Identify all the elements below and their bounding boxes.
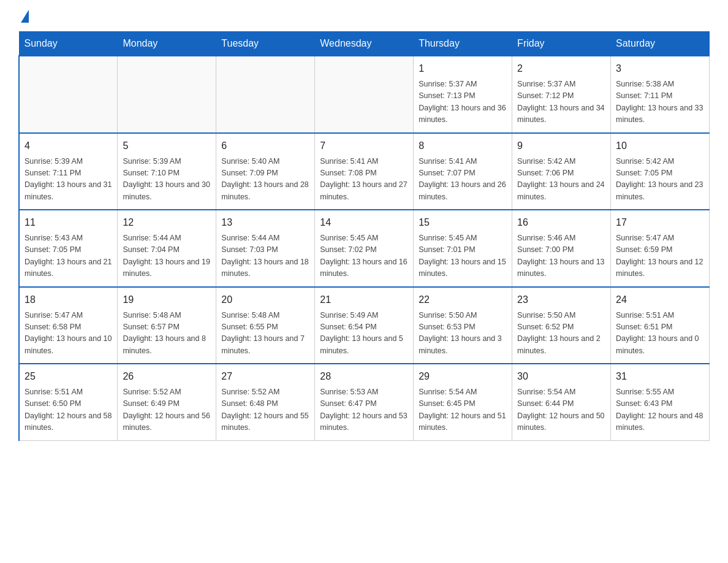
day-number: 10	[616, 139, 704, 153]
day-header-saturday: Saturday	[611, 32, 710, 56]
day-info: Sunrise: 5:52 AM Sunset: 6:49 PM Dayligh…	[123, 386, 211, 434]
calendar-cell: 31Sunrise: 5:55 AM Sunset: 6:43 PM Dayli…	[611, 364, 710, 440]
calendar-week-row: 1Sunrise: 5:37 AM Sunset: 7:13 PM Daylig…	[19, 56, 710, 133]
calendar-cell: 4Sunrise: 5:39 AM Sunset: 7:11 PM Daylig…	[19, 133, 118, 210]
day-info: Sunrise: 5:39 AM Sunset: 7:11 PM Dayligh…	[25, 156, 112, 204]
logo-triangle-icon	[21, 10, 29, 23]
calendar-cell: 17Sunrise: 5:47 AM Sunset: 6:59 PM Dayli…	[611, 210, 710, 287]
calendar-week-row: 25Sunrise: 5:51 AM Sunset: 6:50 PM Dayli…	[19, 364, 710, 440]
day-info: Sunrise: 5:48 AM Sunset: 6:55 PM Dayligh…	[221, 310, 309, 358]
calendar-cell: 21Sunrise: 5:49 AM Sunset: 6:54 PM Dayli…	[315, 287, 414, 364]
day-number: 2	[517, 61, 605, 76]
logo	[18, 12, 29, 25]
calendar-cell: 29Sunrise: 5:54 AM Sunset: 6:45 PM Dayli…	[414, 364, 512, 440]
day-info: Sunrise: 5:38 AM Sunset: 7:11 PM Dayligh…	[616, 79, 704, 126]
day-info: Sunrise: 5:42 AM Sunset: 7:06 PM Dayligh…	[517, 156, 605, 204]
day-header-wednesday: Wednesday	[315, 32, 414, 56]
calendar-cell	[216, 56, 315, 133]
day-number: 28	[320, 369, 408, 384]
calendar-cell	[315, 56, 414, 133]
day-header-tuesday: Tuesday	[216, 32, 315, 56]
day-header-sunday: Sunday	[19, 32, 118, 56]
calendar-cell: 7Sunrise: 5:41 AM Sunset: 7:08 PM Daylig…	[315, 133, 414, 210]
day-number: 25	[25, 369, 112, 384]
day-number: 13	[221, 215, 309, 230]
calendar-cell: 3Sunrise: 5:38 AM Sunset: 7:11 PM Daylig…	[611, 56, 710, 133]
day-info: Sunrise: 5:51 AM Sunset: 6:51 PM Dayligh…	[616, 310, 704, 358]
day-number: 24	[616, 293, 704, 307]
day-info: Sunrise: 5:48 AM Sunset: 6:57 PM Dayligh…	[123, 310, 211, 358]
calendar-cell: 8Sunrise: 5:41 AM Sunset: 7:07 PM Daylig…	[414, 133, 512, 210]
day-info: Sunrise: 5:54 AM Sunset: 6:45 PM Dayligh…	[419, 386, 507, 434]
day-number: 21	[320, 293, 408, 307]
day-number: 11	[25, 215, 112, 230]
day-number: 26	[123, 369, 211, 384]
day-number: 17	[616, 215, 704, 230]
calendar-cell: 13Sunrise: 5:44 AM Sunset: 7:03 PM Dayli…	[216, 210, 315, 287]
calendar-cell: 1Sunrise: 5:37 AM Sunset: 7:13 PM Daylig…	[414, 56, 512, 133]
calendar-cell: 26Sunrise: 5:52 AM Sunset: 6:49 PM Dayli…	[118, 364, 216, 440]
calendar-cell: 27Sunrise: 5:52 AM Sunset: 6:48 PM Dayli…	[216, 364, 315, 440]
day-info: Sunrise: 5:37 AM Sunset: 7:12 PM Dayligh…	[517, 79, 605, 126]
day-info: Sunrise: 5:45 AM Sunset: 7:01 PM Dayligh…	[419, 232, 507, 280]
calendar-cell: 6Sunrise: 5:40 AM Sunset: 7:09 PM Daylig…	[216, 133, 315, 210]
calendar-cell: 30Sunrise: 5:54 AM Sunset: 6:44 PM Dayli…	[512, 364, 611, 440]
day-number: 16	[517, 215, 605, 230]
day-info: Sunrise: 5:55 AM Sunset: 6:43 PM Dayligh…	[616, 386, 704, 434]
day-number: 4	[25, 139, 112, 153]
day-info: Sunrise: 5:49 AM Sunset: 6:54 PM Dayligh…	[320, 310, 408, 358]
day-number: 22	[419, 293, 507, 307]
calendar-week-row: 11Sunrise: 5:43 AM Sunset: 7:05 PM Dayli…	[19, 210, 710, 287]
day-number: 29	[419, 369, 507, 384]
calendar-cell	[118, 56, 216, 133]
calendar-cell: 18Sunrise: 5:47 AM Sunset: 6:58 PM Dayli…	[19, 287, 118, 364]
calendar-cell: 20Sunrise: 5:48 AM Sunset: 6:55 PM Dayli…	[216, 287, 315, 364]
day-info: Sunrise: 5:46 AM Sunset: 7:00 PM Dayligh…	[517, 232, 605, 280]
day-number: 31	[616, 369, 704, 384]
calendar-cell: 28Sunrise: 5:53 AM Sunset: 6:47 PM Dayli…	[315, 364, 414, 440]
day-info: Sunrise: 5:41 AM Sunset: 7:07 PM Dayligh…	[419, 156, 507, 204]
calendar-cell: 19Sunrise: 5:48 AM Sunset: 6:57 PM Dayli…	[118, 287, 216, 364]
day-info: Sunrise: 5:50 AM Sunset: 6:53 PM Dayligh…	[419, 310, 507, 358]
calendar-cell: 9Sunrise: 5:42 AM Sunset: 7:06 PM Daylig…	[512, 133, 611, 210]
day-info: Sunrise: 5:41 AM Sunset: 7:08 PM Dayligh…	[320, 156, 408, 204]
day-number: 15	[419, 215, 507, 230]
day-info: Sunrise: 5:45 AM Sunset: 7:02 PM Dayligh…	[320, 232, 408, 280]
day-number: 18	[25, 293, 112, 307]
calendar-cell: 14Sunrise: 5:45 AM Sunset: 7:02 PM Dayli…	[315, 210, 414, 287]
calendar-cell: 24Sunrise: 5:51 AM Sunset: 6:51 PM Dayli…	[611, 287, 710, 364]
calendar-cell: 15Sunrise: 5:45 AM Sunset: 7:01 PM Dayli…	[414, 210, 512, 287]
day-number: 19	[123, 293, 211, 307]
day-info: Sunrise: 5:53 AM Sunset: 6:47 PM Dayligh…	[320, 386, 408, 434]
day-info: Sunrise: 5:44 AM Sunset: 7:03 PM Dayligh…	[221, 232, 309, 280]
day-number: 12	[123, 215, 211, 230]
calendar-cell: 25Sunrise: 5:51 AM Sunset: 6:50 PM Dayli…	[19, 364, 118, 440]
calendar-week-row: 18Sunrise: 5:47 AM Sunset: 6:58 PM Dayli…	[19, 287, 710, 364]
day-header-thursday: Thursday	[414, 32, 512, 56]
day-header-monday: Monday	[118, 32, 216, 56]
calendar-cell: 12Sunrise: 5:44 AM Sunset: 7:04 PM Dayli…	[118, 210, 216, 287]
day-number: 9	[517, 139, 605, 153]
calendar-cell: 11Sunrise: 5:43 AM Sunset: 7:05 PM Dayli…	[19, 210, 118, 287]
calendar-cell: 22Sunrise: 5:50 AM Sunset: 6:53 PM Dayli…	[414, 287, 512, 364]
day-number: 1	[419, 61, 507, 76]
calendar-cell: 23Sunrise: 5:50 AM Sunset: 6:52 PM Dayli…	[512, 287, 611, 364]
calendar-cell: 16Sunrise: 5:46 AM Sunset: 7:00 PM Dayli…	[512, 210, 611, 287]
day-number: 5	[123, 139, 211, 153]
calendar-cell: 10Sunrise: 5:42 AM Sunset: 7:05 PM Dayli…	[611, 133, 710, 210]
day-number: 27	[221, 369, 309, 384]
page-header	[18, 12, 710, 25]
calendar-cell: 2Sunrise: 5:37 AM Sunset: 7:12 PM Daylig…	[512, 56, 611, 133]
day-info: Sunrise: 5:42 AM Sunset: 7:05 PM Dayligh…	[616, 156, 704, 204]
day-number: 23	[517, 293, 605, 307]
calendar-header: SundayMondayTuesdayWednesdayThursdayFrid…	[19, 32, 710, 56]
day-info: Sunrise: 5:44 AM Sunset: 7:04 PM Dayligh…	[123, 232, 211, 280]
day-info: Sunrise: 5:39 AM Sunset: 7:10 PM Dayligh…	[123, 156, 211, 204]
day-number: 3	[616, 61, 704, 76]
day-number: 14	[320, 215, 408, 230]
day-info: Sunrise: 5:51 AM Sunset: 6:50 PM Dayligh…	[25, 386, 112, 434]
day-number: 30	[517, 369, 605, 384]
calendar-week-row: 4Sunrise: 5:39 AM Sunset: 7:11 PM Daylig…	[19, 133, 710, 210]
day-info: Sunrise: 5:52 AM Sunset: 6:48 PM Dayligh…	[221, 386, 309, 434]
day-info: Sunrise: 5:47 AM Sunset: 6:59 PM Dayligh…	[616, 232, 704, 280]
